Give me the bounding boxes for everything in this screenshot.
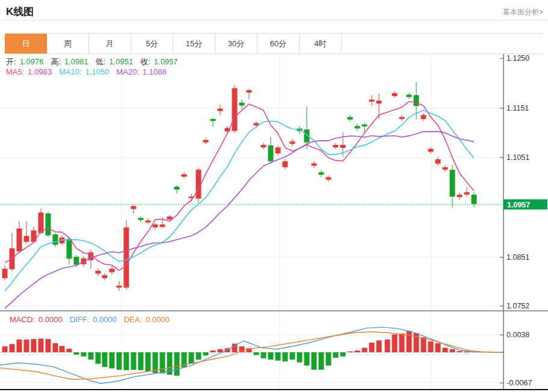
candle[interactable] — [326, 175, 331, 182]
tab-timeframe-7[interactable]: 4时 — [300, 34, 342, 54]
macd-bar[interactable] — [340, 352, 346, 357]
macd-bar[interactable] — [146, 352, 151, 372]
macd-bar[interactable] — [60, 346, 65, 352]
macd-bar[interactable] — [203, 352, 209, 355]
candle[interactable] — [182, 172, 187, 179]
macd-bar[interactable] — [385, 340, 390, 352]
candle[interactable] — [421, 113, 426, 121]
macd-bar[interactable] — [160, 352, 165, 373]
candle[interactable] — [312, 161, 317, 168]
macd-bar[interactable] — [211, 351, 216, 352]
candle[interactable] — [428, 147, 434, 154]
candle[interactable] — [348, 115, 353, 122]
candle[interactable] — [211, 118, 216, 127]
macd-bar[interactable] — [407, 331, 412, 352]
macd-bar[interactable] — [276, 352, 281, 361]
macd-bar[interactable] — [81, 352, 87, 357]
candle[interactable] — [2, 265, 8, 280]
candle[interactable] — [333, 143, 339, 150]
macd-bar[interactable] — [428, 341, 434, 352]
macd-bar[interactable] — [218, 349, 223, 352]
candle[interactable] — [392, 91, 398, 99]
candle[interactable] — [450, 165, 455, 207]
macd-bar[interactable] — [174, 352, 180, 376]
candle[interactable] — [232, 85, 238, 133]
candle[interactable] — [24, 221, 29, 243]
tab-timeframe-1[interactable]: 周 — [47, 34, 89, 54]
macd-bar[interactable] — [362, 348, 368, 352]
macd-bar[interactable] — [392, 334, 398, 352]
macd-bar[interactable] — [261, 352, 266, 358]
macd-bar[interactable] — [196, 352, 202, 360]
macd-bar[interactable] — [443, 348, 448, 352]
candle[interactable] — [53, 233, 58, 247]
macd-bar[interactable] — [131, 352, 137, 370]
macd-bar[interactable] — [53, 343, 58, 352]
candle[interactable] — [472, 192, 477, 207]
candle[interactable] — [117, 281, 122, 292]
macd-bar[interactable] — [189, 352, 194, 364]
candle[interactable] — [131, 204, 137, 213]
candle[interactable] — [290, 139, 295, 146]
tab-timeframe-4[interactable]: 15分 — [173, 34, 215, 54]
candle[interactable] — [31, 227, 37, 243]
macd-bar[interactable] — [450, 349, 455, 352]
macd-bar[interactable] — [312, 352, 317, 370]
candle[interactable] — [261, 143, 266, 150]
candle[interactable] — [436, 158, 441, 166]
candle[interactable] — [319, 170, 324, 177]
macd-bar[interactable] — [333, 352, 339, 358]
candle[interactable] — [362, 123, 368, 133]
macd-bar[interactable] — [377, 340, 382, 352]
candle[interactable] — [399, 115, 405, 121]
macd-bar[interactable] — [355, 351, 360, 352]
candle[interactable] — [283, 159, 288, 170]
candle[interactable] — [355, 123, 360, 130]
macd-bar[interactable] — [283, 352, 288, 361]
macd-bar[interactable] — [319, 352, 324, 370]
macd-bar[interactable] — [369, 343, 375, 352]
macd-bar[interactable] — [17, 340, 22, 352]
candle[interactable] — [407, 93, 412, 99]
macd-bar[interactable] — [348, 351, 353, 352]
macd-bar[interactable] — [399, 334, 405, 352]
candle[interactable] — [17, 221, 22, 254]
candle[interactable] — [247, 88, 252, 99]
macd-bar[interactable] — [268, 352, 274, 360]
macd-bar[interactable] — [436, 343, 441, 352]
tab-timeframe-6[interactable]: 60分 — [257, 34, 300, 54]
macd-bar[interactable] — [10, 344, 15, 352]
fundamental-analysis-link[interactable]: 基本面分析> — [503, 7, 543, 17]
macd-bar[interactable] — [88, 352, 94, 360]
candle[interactable] — [218, 105, 223, 115]
macd-bar[interactable] — [24, 340, 29, 352]
macd-bar[interactable] — [46, 339, 51, 352]
macd-bar[interactable] — [457, 351, 463, 352]
candle[interactable] — [443, 165, 448, 172]
candle[interactable] — [268, 137, 274, 165]
macd-bar[interactable] — [31, 339, 37, 352]
candle[interactable] — [46, 212, 51, 237]
macd-bar[interactable] — [74, 352, 79, 355]
candle[interactable] — [109, 266, 115, 275]
candle[interactable] — [239, 100, 245, 109]
macd-bar[interactable] — [109, 352, 115, 369]
macd-bar[interactable] — [297, 352, 303, 363]
macd-bar[interactable] — [67, 349, 72, 352]
macd-bar[interactable] — [102, 352, 108, 367]
macd-bar[interactable] — [290, 352, 295, 360]
candle[interactable] — [369, 95, 375, 106]
candle[interactable] — [96, 268, 101, 276]
macd-bar[interactable] — [96, 352, 101, 364]
macd-bar[interactable] — [326, 352, 331, 366]
candle[interactable] — [138, 216, 144, 222]
candle[interactable] — [457, 192, 463, 200]
candle[interactable] — [146, 218, 151, 224]
tab-timeframe-2[interactable]: 月 — [89, 34, 131, 54]
candle[interactable] — [102, 273, 108, 280]
candle[interactable] — [153, 223, 158, 230]
macd-bar[interactable] — [117, 352, 122, 370]
macd-bar[interactable] — [2, 346, 8, 352]
macd-bar[interactable] — [421, 337, 426, 352]
candle[interactable] — [67, 237, 72, 265]
